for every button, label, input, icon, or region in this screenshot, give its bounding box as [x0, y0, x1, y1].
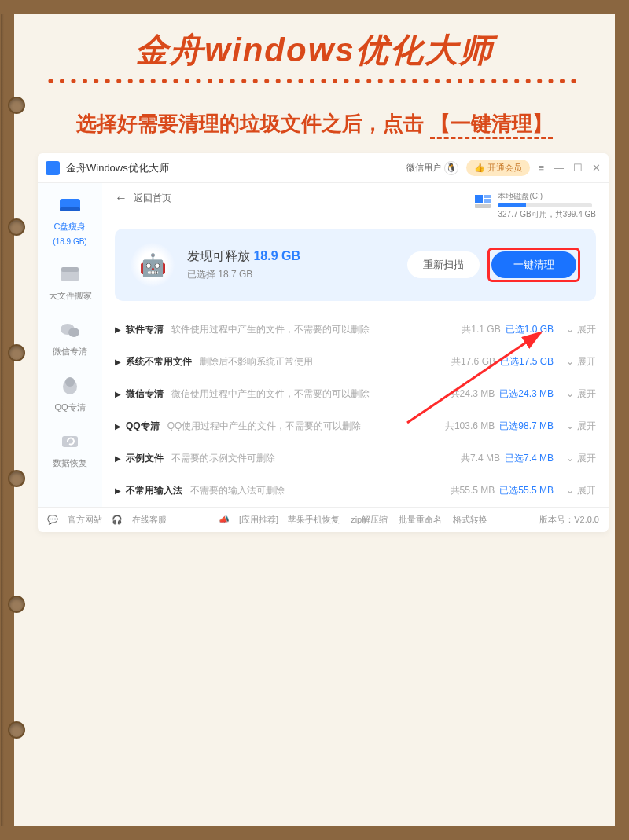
titlebar: 金舟Windows优化大师 微信用户 🐧 👍 开通会员 ≡ — ☐ ✕: [38, 153, 609, 183]
megaphone-icon: 📣: [219, 515, 230, 525]
footer-official-link[interactable]: 官方网站: [68, 514, 102, 526]
footer-support-link[interactable]: 在线客服: [132, 514, 167, 526]
footer-link[interactable]: 苹果手机恢复: [288, 514, 340, 526]
group-row[interactable]: ▶ 不常用输入法 不需要的输入法可删除 共55.5 MB 已选55.5 MB ⌄…: [115, 475, 596, 507]
footer-link[interactable]: zip解压缩: [351, 514, 388, 526]
disk-usage-text: 327.7 GB可用，共399.4 GB: [498, 209, 596, 219]
group-desc: QQ使用过程中产生的文件，不需要的可以删除: [167, 420, 445, 433]
group-expand[interactable]: ⌄展开: [566, 420, 596, 433]
chevron-down-icon: ⌄: [566, 356, 574, 367]
group-total: 共24.3 MB: [451, 387, 495, 401]
svg-rect-10: [484, 195, 491, 198]
summary-line1: 发现可释放 18.9 GB: [187, 248, 407, 265]
footer: 💬 官方网站 🎧 在线客服 📣 [应用推荐] 苹果手机恢复 zip解压缩 批量重…: [38, 507, 609, 532]
expand-triangle-icon: ▶: [115, 422, 121, 431]
group-desc: 删除后不影响系统正常使用: [200, 355, 451, 369]
group-expand[interactable]: ⌄展开: [566, 484, 596, 497]
sidebar-item-bigfile[interactable]: 大文件搬家: [38, 263, 102, 302]
robot-icon: 🤖: [131, 243, 175, 287]
group-row[interactable]: ▶ 软件专清 软件使用过程中产生的文件，不需要的可以删除 共1.1 GB 已选1…: [115, 314, 596, 346]
minimize-icon[interactable]: —: [554, 162, 564, 174]
group-expand[interactable]: ⌄展开: [566, 452, 596, 465]
group-selected: 已选17.5 GB: [500, 355, 554, 369]
clean-button[interactable]: 一键清理: [491, 251, 576, 278]
expand-triangle-icon: ▶: [115, 325, 121, 334]
svg-rect-9: [475, 195, 483, 203]
disk-name: 本地磁盘(C:): [498, 191, 596, 201]
sidebar-item-qq[interactable]: QQ专清: [38, 375, 102, 413]
wechat-user-label: 微信用户: [406, 162, 441, 174]
summary-selected: 已选择 18.7 GB: [187, 268, 407, 281]
menu-icon[interactable]: ≡: [538, 162, 544, 174]
group-total: 共1.1 GB: [462, 323, 500, 336]
back-button[interactable]: ← 返回首页: [115, 191, 171, 205]
version-label: 版本号：V2.0.0: [539, 514, 599, 526]
group-row[interactable]: ▶ 系统不常用文件 删除后不影响系统正常使用 共17.6 GB 已选17.5 G…: [115, 346, 596, 378]
group-row[interactable]: ▶ 微信专清 微信使用过程中产生的文件，不需要的可以删除 共24.3 MB 已选…: [115, 378, 596, 410]
app-window: 金舟Windows优化大师 微信用户 🐧 👍 开通会员 ≡ — ☐ ✕ C盘瘦身: [38, 153, 609, 532]
group-desc: 不需要的输入法可删除: [190, 484, 451, 497]
group-row[interactable]: ▶ 示例文件 不需要的示例文件可删除 共7.4 MB 已选7.4 MB ⌄展开: [115, 442, 596, 475]
groups-list: ▶ 软件专清 软件使用过程中产生的文件，不需要的可以删除 共1.1 GB 已选1…: [115, 314, 596, 507]
expand-triangle-icon: ▶: [115, 358, 121, 366]
sidebar-item-wechat[interactable]: 微信专清: [38, 319, 102, 358]
sidebar-item-sublabel: (18.9 GB): [53, 237, 86, 246]
group-total: 共103.6 MB: [445, 420, 495, 433]
expand-triangle-icon: ▶: [115, 486, 121, 495]
wechat-avatar-icon[interactable]: 🐧: [444, 161, 458, 175]
chevron-down-icon: ⌄: [566, 324, 574, 335]
group-expand[interactable]: ⌄展开: [566, 387, 596, 401]
group-selected: 已选98.7 MB: [499, 420, 554, 433]
svg-rect-12: [475, 204, 491, 208]
group-name: 系统不常用文件: [126, 355, 192, 369]
footer-recommend-label: [应用推荐]: [239, 514, 278, 526]
group-total: 共55.5 MB: [451, 484, 495, 497]
group-row[interactable]: ▶ QQ专清 QQ使用过程中产生的文件，不需要的可以删除 共103.6 MB 已…: [115, 410, 596, 442]
rescan-button[interactable]: 重新扫描: [407, 251, 480, 278]
group-total: 共17.6 GB: [451, 355, 495, 369]
svg-rect-3: [61, 267, 79, 272]
sidebar-item-label: 大文件搬家: [49, 290, 92, 302]
sidebar-item-label: 数据恢复: [53, 457, 87, 469]
disk-info: 本地磁盘(C:) 327.7 GB可用，共399.4 GB: [473, 191, 596, 219]
main-content: ← 返回首页 本地磁盘(C:) 327.7 GB可用，共399.4 GB: [102, 183, 609, 507]
footer-link[interactable]: 格式转换: [453, 514, 487, 526]
vip-button[interactable]: 👍 开通会员: [466, 160, 530, 176]
chevron-down-icon: ⌄: [566, 485, 574, 496]
group-selected: 已选55.5 MB: [499, 484, 554, 497]
chevron-down-icon: ⌄: [566, 388, 574, 399]
back-arrow-icon: ←: [115, 191, 127, 205]
box-icon: [57, 263, 83, 285]
sidebar: C盘瘦身 (18.9 GB) 大文件搬家 微信专清: [38, 183, 102, 507]
summary-amount: 18.9 GB: [253, 249, 300, 262]
headset-icon: 🎧: [112, 515, 123, 525]
maximize-icon[interactable]: ☐: [573, 162, 583, 174]
sidebar-item-cdisk[interactable]: C盘瘦身 (18.9 GB): [38, 194, 102, 246]
back-label: 返回首页: [134, 192, 171, 205]
group-selected: 已选24.3 MB: [499, 387, 554, 401]
group-name: 微信专清: [126, 387, 164, 401]
chevron-down-icon: ⌄: [566, 420, 574, 431]
qq-icon: [57, 375, 83, 397]
disk-usage-bar: [498, 203, 592, 207]
app-title: 金舟Windows优化大师: [66, 161, 169, 175]
group-expand[interactable]: ⌄展开: [566, 355, 596, 369]
recover-icon: [57, 431, 83, 453]
group-expand[interactable]: ⌄展开: [566, 323, 596, 336]
sidebar-item-label: C盘瘦身: [54, 221, 86, 233]
group-desc: 微信使用过程中产生的文件，不需要的可以删除: [171, 387, 451, 401]
svg-rect-11: [484, 199, 491, 203]
poster-subtitle-key: 【一键清理】: [430, 112, 553, 139]
drive-icon: [473, 191, 493, 211]
sidebar-item-recover[interactable]: 数据恢复: [38, 431, 102, 469]
sidebar-item-label: QQ专清: [54, 402, 85, 413]
disk-icon: [57, 194, 83, 216]
footer-link[interactable]: 批量重命名: [399, 514, 442, 526]
group-selected: 已选1.0 GB: [506, 323, 554, 336]
svg-point-5: [68, 328, 79, 337]
sidebar-item-label: 微信专清: [53, 346, 87, 358]
group-selected: 已选7.4 MB: [505, 452, 554, 465]
app-logo-icon: [46, 161, 60, 175]
close-icon[interactable]: ✕: [592, 162, 601, 174]
poster-subtitle: 选择好需要清理的垃圾文件之后，点击 【一键清理】: [14, 110, 615, 138]
